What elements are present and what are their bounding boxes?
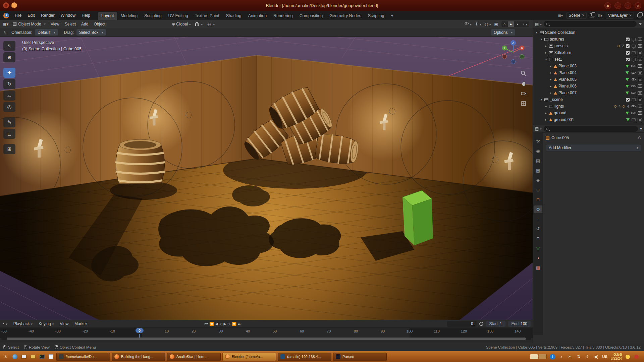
outliner-item-label[interactable]: Plane.006 — [558, 84, 577, 88]
network-tray-icon[interactable]: ⇅ — [576, 354, 582, 360]
menu-object[interactable]: Object — [91, 21, 108, 27]
outliner-item-label[interactable]: lights — [554, 104, 564, 109]
disclosure-icon[interactable]: ▸ — [549, 64, 552, 68]
disclosure-icon[interactable]: ▸ — [544, 44, 548, 48]
text-editor-icon[interactable] — [47, 353, 55, 360]
jump-to-end-button[interactable]: ⏭ — [238, 322, 241, 326]
shading-solid-icon[interactable]: ● — [508, 21, 514, 27]
taskbar-window-parsec[interactable]: Parsec — [333, 353, 387, 361]
hide-viewport-icon[interactable] — [631, 71, 636, 75]
outliner-row-plane-004[interactable]: ▸ Plane.004 — [533, 69, 644, 76]
clipboard-tray-icon[interactable]: ✂ — [567, 354, 573, 360]
outliner-row-plane-007[interactable]: ▸ Plane.007 — [533, 89, 644, 96]
outliner-row-scene-collection[interactable]: ▾ Scene Collection — [533, 29, 644, 36]
transform-orientation-dropdown[interactable]: Global — [176, 22, 191, 26]
security-shield-icon[interactable] — [634, 354, 639, 360]
tab-rendering[interactable]: Rendering — [270, 12, 296, 20]
file-manager-icon[interactable] — [29, 353, 37, 360]
disable-viewport-icon[interactable] — [632, 98, 636, 101]
disable-render-icon[interactable] — [638, 71, 642, 74]
outliner-row-presets[interactable]: ▸ presets 2 — [533, 43, 644, 49]
physics-tab[interactable]: ↺ — [534, 225, 542, 233]
outliner-row-ground[interactable]: ▸ ground — [533, 110, 644, 116]
outliner-item-label[interactable]: set1 — [554, 57, 562, 62]
weather-icon[interactable] — [625, 354, 631, 360]
menu-add[interactable]: Add — [78, 21, 91, 27]
outliner-row-plane-006[interactable]: ▸ Plane.006 — [533, 83, 644, 89]
timeline-view-menu[interactable]: View — [57, 320, 71, 327]
navigation-gizmo[interactable]: Z X Y — [499, 38, 527, 66]
proportional-edit-controls[interactable]: ◎ — [207, 22, 215, 26]
minimize-button[interactable]: – — [614, 2, 621, 9]
outliner-row-scene[interactable]: ▾ _scene — [533, 96, 644, 103]
hide-viewport-icon[interactable] — [631, 64, 636, 68]
proportional-edit-icon[interactable]: ◎ — [207, 22, 211, 26]
tab-compositing[interactable]: Compositing — [296, 12, 326, 20]
disable-render-icon[interactable] — [638, 44, 642, 48]
visibility-dropdown[interactable] — [464, 21, 472, 26]
disclosure-icon[interactable]: ▾ — [540, 98, 543, 101]
blender-logo-icon[interactable] — [3, 13, 9, 18]
disable-render-icon[interactable] — [638, 105, 642, 108]
properties-editor-type-icon[interactable]: ▤ — [535, 126, 542, 131]
collection-checkbox[interactable] — [626, 44, 630, 48]
hide-viewport-icon[interactable] — [631, 91, 636, 95]
outliner-item-label[interactable]: Plane.003 — [558, 64, 577, 68]
scale-tool[interactable]: ▱ — [3, 90, 15, 101]
collection-checkbox[interactable] — [626, 38, 630, 41]
output-tab[interactable]: ▤ — [534, 157, 542, 165]
tab-layout[interactable]: Layout — [98, 12, 117, 20]
outliner-row-textures[interactable]: ▾ textures — [533, 36, 644, 43]
timeline-scrollbar[interactable] — [1, 338, 531, 340]
menu-view[interactable]: View — [48, 21, 62, 27]
disclosure-icon[interactable]: ▾ — [544, 58, 548, 61]
prev-keyframe-button[interactable]: ⏪ — [209, 322, 214, 326]
outliner-row-plane-003[interactable]: ▸ Plane.003 — [533, 63, 644, 69]
tab-shading[interactable]: Shading — [223, 12, 245, 20]
outliner-row-ground-001[interactable]: ▸ ground.001 — [533, 116, 644, 123]
hide-viewport-icon[interactable] — [631, 77, 636, 81]
render-tab[interactable]: ◉ — [534, 147, 542, 155]
menu-render[interactable]: Render — [38, 12, 58, 19]
tab-scripting[interactable]: Scripting — [365, 12, 388, 20]
disable-render-icon[interactable] — [638, 91, 642, 95]
shading-rendered-icon[interactable]: ◔ — [520, 21, 529, 27]
add-workspace-button[interactable]: + — [387, 12, 396, 20]
viewlayer-remove-icon[interactable] — [629, 13, 632, 18]
disclosure-icon[interactable]: ▸ — [549, 91, 552, 95]
terminal-icon[interactable]: >_ — [38, 353, 46, 360]
outliner-item-label[interactable]: ground.001 — [554, 117, 574, 122]
gizmos-dropdown[interactable]: ✛ — [475, 22, 481, 26]
timeline-scrollbar-thumb[interactable] — [7, 338, 526, 340]
ortho-perspective-control[interactable] — [519, 99, 528, 108]
disable-viewport-icon[interactable] — [632, 45, 636, 48]
timeline-ruler[interactable]: -50 -40 -30 -20 -10 0 10 20 30 40 50 60 … — [0, 328, 533, 341]
texture-tab[interactable]: ▩ — [534, 264, 542, 272]
filter-icon[interactable] — [639, 23, 642, 25]
collection-checkbox[interactable] — [626, 51, 630, 55]
hide-viewport-icon[interactable] — [631, 84, 636, 88]
tab-modeling[interactable]: Modeling — [117, 12, 141, 20]
outliner-item-label[interactable]: textures — [550, 37, 564, 42]
collection-checkbox[interactable] — [626, 98, 630, 102]
disable-viewport-icon[interactable] — [632, 51, 636, 54]
drag-value-dropdown[interactable]: Select Box — [76, 29, 106, 36]
3d-viewport[interactable]: User Perspective (0) Scene Collection | … — [0, 37, 533, 320]
disable-render-icon[interactable] — [638, 64, 642, 68]
auto-keying-icon[interactable] — [479, 322, 483, 326]
bluetooth-tray-icon[interactable]: ᛒ — [585, 354, 590, 360]
tool-tab[interactable]: ⚒ — [534, 137, 542, 145]
disable-render-icon[interactable] — [638, 84, 642, 88]
add-modifier-dropdown[interactable]: Add Modifier ▾ — [546, 144, 641, 152]
close-button[interactable]: ✕ — [635, 2, 641, 9]
shading-material-icon[interactable]: ◑ — [514, 21, 520, 27]
disable-viewport-icon[interactable] — [632, 118, 636, 121]
current-frame-field[interactable]: 0 — [447, 321, 477, 327]
select-box-tool[interactable]: ↖ — [3, 41, 15, 51]
frame-start-field[interactable]: Start 1 — [486, 321, 505, 327]
snap-controls[interactable] — [195, 22, 203, 26]
zoom-control[interactable] — [519, 69, 528, 78]
outliner-row-plane-005[interactable]: ▸ Plane.005 — [533, 76, 644, 83]
gizmo-y-neg[interactable] — [520, 55, 524, 59]
disclosure-icon[interactable]: ▾ — [540, 38, 543, 41]
